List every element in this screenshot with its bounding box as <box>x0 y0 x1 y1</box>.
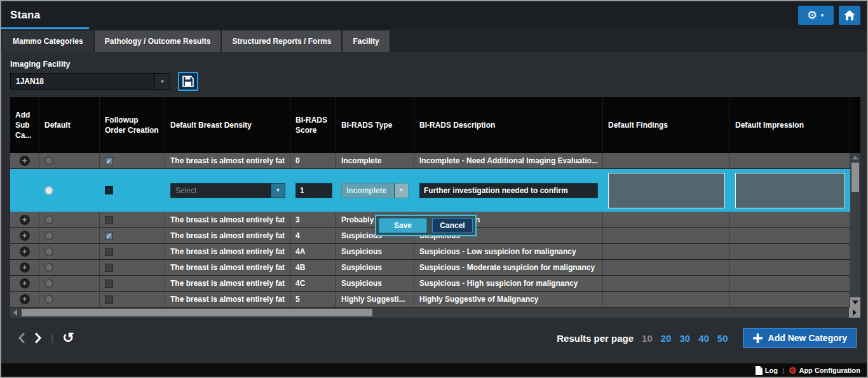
chevron-down-icon: ▼ <box>820 13 825 18</box>
breast-density-cell: The breast is almost entirely fat <box>165 228 290 244</box>
scroll-down-arrow[interactable] <box>850 297 860 307</box>
default-impression-cell <box>730 260 850 276</box>
breast-density-select[interactable]: Select ▼ <box>170 183 285 198</box>
followup-checkbox[interactable] <box>105 216 113 224</box>
save-button[interactable]: Save <box>379 218 427 233</box>
birads-type-cell: Suspicious <box>336 260 414 276</box>
followup-checkbox[interactable] <box>105 264 113 272</box>
followup-checkbox[interactable] <box>105 295 113 304</box>
save-facility-button[interactable] <box>178 72 198 91</box>
birads-description-cell: Suspicious - Low suspicion for malignanc… <box>414 244 603 260</box>
horizontal-scrollbar-thumb[interactable] <box>22 309 372 316</box>
chevron-down-icon: ▼ <box>394 184 408 198</box>
followup-checkbox[interactable] <box>105 186 113 194</box>
page-size-40[interactable]: 40 <box>698 333 709 344</box>
default-radio[interactable] <box>44 215 53 224</box>
page-size-30[interactable]: 30 <box>679 333 690 344</box>
breast-density-cell: The breast is almost entirely fat <box>165 292 290 307</box>
scroll-right-arrow[interactable] <box>849 307 860 318</box>
default-radio[interactable] <box>44 263 53 272</box>
scroll-left-arrow[interactable] <box>10 307 20 318</box>
add-subcategory-icon[interactable]: + <box>20 294 30 304</box>
scroll-up-arrow[interactable] <box>850 153 860 162</box>
default-impression-textarea[interactable] <box>735 173 845 208</box>
default-radio[interactable] <box>44 295 53 304</box>
default-impression-cell <box>730 153 850 169</box>
table-row[interactable]: + The breast is almost entirely fat 5 Hi… <box>10 292 850 307</box>
cancel-button[interactable]: Cancel <box>432 218 473 233</box>
followup-checkbox[interactable] <box>105 280 113 288</box>
birads-description-input[interactable] <box>419 183 598 198</box>
page-size-10[interactable]: 10 <box>642 333 653 344</box>
default-radio[interactable] <box>44 156 53 165</box>
table-row[interactable]: + The breast is almost entirely fat 4A S… <box>10 244 850 260</box>
birads-score-cell: 4 <box>290 228 336 244</box>
add-subcategory-icon[interactable]: + <box>20 231 30 241</box>
birads-type-value: Incomplete <box>342 186 394 195</box>
previous-page-button[interactable] <box>18 332 25 344</box>
page-size-20[interactable]: 20 <box>661 333 672 344</box>
birads-score-input[interactable] <box>295 183 332 198</box>
add-subcategory-icon[interactable]: + <box>20 246 30 257</box>
next-page-button[interactable] <box>34 332 42 344</box>
horizontal-scrollbar[interactable] <box>10 307 860 318</box>
categories-table: Add Sub Ca... Default Followup Order Cre… <box>10 97 860 318</box>
table-row[interactable]: + The breast is almost entirely fat 0 In… <box>10 153 850 169</box>
followup-checkbox[interactable] <box>105 232 113 240</box>
settings-menu-button[interactable]: ⚙ ▼ <box>798 6 834 25</box>
birads-type-select[interactable]: Incomplete ▼ <box>341 183 409 198</box>
birads-description-cell: Highly Suggestive of Malignancy <box>414 292 603 307</box>
imaging-facility-select[interactable]: 1JAN18 ▼ <box>10 73 170 90</box>
gear-icon: ⚙ <box>789 366 797 375</box>
add-subcategory-icon[interactable]: + <box>20 262 30 273</box>
save-icon <box>182 76 194 87</box>
breast-density-cell: The breast is almost entirely fat <box>165 260 290 276</box>
app-configuration-link[interactable]: ⚙ App Configuration <box>789 366 860 375</box>
log-link[interactable]: Log <box>756 366 778 375</box>
add-subcategory-icon[interactable]: + <box>20 278 30 288</box>
tab-structured-reports-forms[interactable]: Structured Reports / Forms <box>222 30 341 52</box>
birads-description-cell: Suspicious - Moderate suspicion for mali… <box>414 260 603 276</box>
default-radio[interactable] <box>44 231 53 240</box>
birads-score-cell: 4C <box>290 276 336 292</box>
birads-description-cell: Suspicious - High suspicion for malignan… <box>414 276 603 292</box>
default-radio[interactable] <box>44 186 53 195</box>
divider: | <box>51 332 53 344</box>
divider: | <box>782 367 784 374</box>
followup-checkbox[interactable] <box>105 248 113 256</box>
header-birads-description: BI-RADS Description <box>414 97 603 153</box>
page-size-50[interactable]: 50 <box>717 333 728 344</box>
header-followup-order-creation: Followup Order Creation <box>100 97 165 153</box>
table-header-row: Add Sub Ca... Default Followup Order Cre… <box>10 97 860 153</box>
default-findings-cell <box>603 260 730 276</box>
header-birads-type: BI-RADS Type <box>336 97 414 153</box>
tab-pathology-outcome-results[interactable]: Pathology / Outcome Results <box>95 30 221 52</box>
table-row[interactable]: + The breast is almost entirely fat 4C S… <box>10 276 850 292</box>
tab-facility[interactable]: Facility <box>342 30 389 52</box>
add-subcategory-icon[interactable]: + <box>20 156 30 166</box>
followup-checkbox[interactable] <box>105 157 113 165</box>
plus-icon <box>752 333 763 344</box>
add-subcategory-icon[interactable]: + <box>20 215 30 225</box>
imaging-facility-row: 1JAN18 ▼ <box>10 72 858 91</box>
tab-mammo-categories[interactable]: Mammo Categories <box>3 30 93 52</box>
default-findings-cell <box>603 276 730 292</box>
default-findings-textarea[interactable] <box>608 173 725 208</box>
default-radio[interactable] <box>44 247 53 256</box>
top-bar: Stana ⚙ ▼ <box>1 1 867 29</box>
table-row[interactable]: + The breast is almost entirely fat 4B S… <box>10 260 850 276</box>
add-new-category-button[interactable]: Add New Category <box>743 328 857 348</box>
birads-description-cell: Incomplete - Need Additional Imaging Eva… <box>414 153 603 169</box>
vertical-scrollbar-thumb[interactable] <box>851 163 859 192</box>
home-button[interactable] <box>839 6 860 25</box>
default-radio[interactable] <box>44 279 53 288</box>
birads-type-cell: Suspicious <box>336 244 414 260</box>
breast-density-cell: The breast is almost entirely fat <box>165 212 290 228</box>
edit-actions-popup: Save Cancel <box>375 215 477 236</box>
birads-score-cell: 3 <box>290 212 336 228</box>
header-filler <box>850 97 860 153</box>
topbar-actions: ⚙ ▼ <box>798 6 860 25</box>
refresh-button[interactable]: ↺ <box>62 331 74 345</box>
vertical-scrollbar[interactable] <box>850 153 860 307</box>
default-findings-cell <box>603 212 730 228</box>
